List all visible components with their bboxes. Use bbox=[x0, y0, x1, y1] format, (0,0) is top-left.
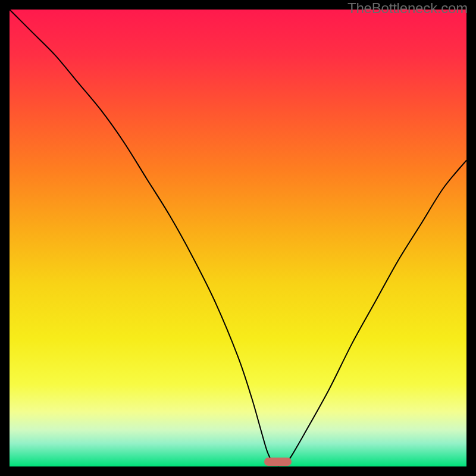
sweet-spot-marker bbox=[264, 458, 292, 466]
chart-frame: TheBottleneck.com bbox=[0, 0, 476, 476]
plot-area bbox=[10, 10, 466, 466]
bottleneck-curve bbox=[10, 10, 466, 466]
watermark-text: TheBottleneck.com bbox=[347, 0, 468, 17]
